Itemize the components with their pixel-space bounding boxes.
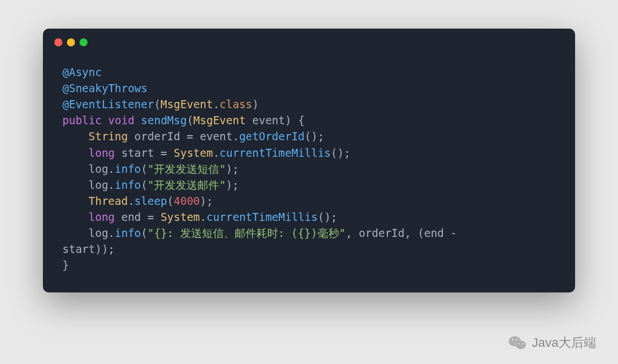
svg-point-5 (522, 343, 523, 345)
minimize-dot[interactable] (67, 38, 75, 46)
svg-point-2 (512, 339, 513, 341)
annotation-event: @EventListener (62, 98, 154, 110)
close-dot[interactable] (54, 38, 62, 46)
annotation-async: @Async (62, 66, 102, 78)
code-window: @Async @SneakyThrows @EventListener(MsgE… (43, 29, 575, 292)
window-titlebar (43, 29, 575, 48)
svg-point-4 (518, 343, 519, 345)
watermark-text: Java大后端 (532, 334, 596, 351)
watermark: Java大后端 (508, 334, 596, 351)
annotation-sneaky: @SneakyThrows (62, 82, 148, 94)
svg-point-3 (516, 339, 517, 341)
svg-point-1 (516, 341, 526, 349)
code-content: @Async @SneakyThrows @EventListener(MsgE… (43, 48, 575, 292)
maximize-dot[interactable] (80, 38, 88, 46)
wechat-icon (508, 335, 526, 351)
